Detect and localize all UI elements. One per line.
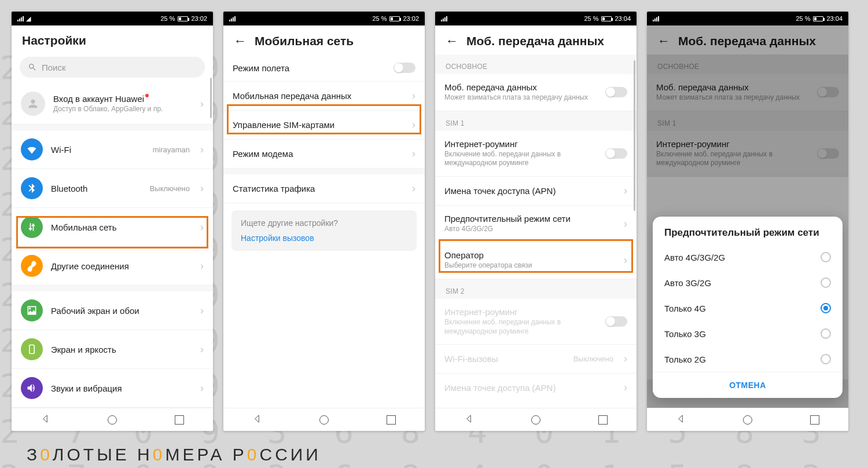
- signal-icon: [441, 16, 447, 21]
- chevron-right-icon: ›: [200, 98, 204, 110]
- md-sub: Может взиматься плата за передачу данных: [444, 93, 597, 103]
- roaming-toggle[interactable]: [605, 148, 627, 159]
- row-other-conn[interactable]: Другие соединения ›: [12, 247, 213, 286]
- option-only-3g[interactable]: Только 3G: [653, 321, 843, 346]
- battery-pct: 25 %: [372, 15, 387, 22]
- row-mobile-data-toggle[interactable]: Моб. передача данных Может взиматься пла…: [435, 74, 637, 111]
- nav-bar: [435, 408, 637, 431]
- chevron-right-icon: ›: [412, 148, 415, 160]
- wifi-icon: [21, 138, 43, 160]
- account-sub: Доступ в Облако, AppGallery и пр.: [53, 105, 190, 114]
- chevron-right-icon: ›: [200, 382, 204, 394]
- oper-label: Оператор: [444, 250, 613, 260]
- search-input[interactable]: Поиск: [20, 57, 205, 78]
- battery-pct: 25 %: [160, 15, 175, 22]
- account-title: Вход в аккаунт Huawei: [53, 94, 144, 104]
- row-preferred-network[interactable]: Предпочтительный режим сети Авто 4G/3G/2…: [435, 206, 637, 243]
- nav-home[interactable]: [531, 415, 540, 425]
- chevron-right-icon: ›: [624, 218, 627, 230]
- search-placeholder: Поиск: [42, 63, 66, 72]
- tip-question: Ищете другие настройки?: [241, 218, 407, 228]
- screen-mobile-data-dialog: 25 %23:04 ← Моб. передача данных ОСНОВНО…: [647, 12, 848, 431]
- row-account[interactable]: Вход в аккаунт Huawei Доступ в Облако, A…: [12, 83, 213, 125]
- row-traffic[interactable]: Статистика трафика ›: [223, 174, 425, 203]
- avatar-icon: [21, 92, 45, 116]
- radio-icon: [821, 252, 831, 262]
- battery-pct: 25 %: [584, 15, 598, 22]
- md-label: Моб. передача данных: [444, 82, 597, 92]
- row-display[interactable]: Экран и яркость ›: [12, 330, 213, 369]
- back-button[interactable]: ←: [234, 34, 247, 49]
- back-button[interactable]: ←: [446, 34, 458, 49]
- row-wifi[interactable]: Wi-Fi mirayaman ›: [12, 130, 213, 169]
- roam2-label: Интернет-роуминг: [444, 307, 597, 317]
- row-tether[interactable]: Режим модема ›: [223, 140, 425, 169]
- battery-pct: 25 %: [796, 15, 810, 22]
- scrollbar[interactable]: [210, 78, 212, 118]
- battery-icon: [813, 16, 823, 21]
- chevron-right-icon: ›: [412, 119, 415, 131]
- nav-back[interactable]: [464, 414, 473, 426]
- home-label: Рабочий экран и обои: [51, 306, 190, 316]
- brand-logo: З0ЛОТЫЕ Н0МЕРА Р0ССИИ: [27, 445, 321, 465]
- clock: 23:02: [403, 15, 419, 22]
- row-mobile-network[interactable]: Мобильная сеть ›: [12, 208, 213, 247]
- wifi-value: mirayaman: [153, 145, 190, 154]
- badge-dot: [145, 94, 149, 97]
- nav-home[interactable]: [108, 415, 117, 425]
- page-title: Мобильная сеть: [255, 34, 354, 48]
- status-bar: 25 %23:04: [435, 12, 637, 25]
- option-auto-4g[interactable]: Авто 4G/3G/2G: [653, 244, 843, 270]
- chevron-right-icon: ›: [200, 221, 204, 233]
- svg-point-0: [29, 308, 31, 309]
- nav-back[interactable]: [676, 414, 685, 426]
- chevron-right-icon: ›: [200, 305, 204, 317]
- wifi-label: Wi-Fi: [51, 145, 145, 155]
- sound-label: Звуки и вибрация: [51, 383, 190, 393]
- row-airplane[interactable]: Режим полета: [223, 54, 425, 82]
- row-wificall: Wi-Fi-вызовы Выключено ›: [435, 345, 637, 374]
- mobile-data-toggle[interactable]: [605, 87, 627, 97]
- row-bluetooth[interactable]: Bluetooth Выключено ›: [12, 169, 213, 208]
- mobile-data-icon: [21, 216, 43, 238]
- cancel-button[interactable]: ОТМЕНА: [653, 372, 843, 398]
- chevron-right-icon: ›: [200, 260, 204, 272]
- chevron-right-icon: ›: [624, 353, 627, 365]
- nav-recent[interactable]: [175, 415, 184, 425]
- wifi-icon: ◢: [26, 15, 31, 23]
- option-only-2g[interactable]: Только 2G: [653, 346, 843, 372]
- tether-label: Режим модема: [233, 149, 402, 159]
- apn2-label: Имена точек доступа (APN): [444, 383, 613, 393]
- sim-label: Управление SIM-картами: [233, 120, 402, 130]
- row-roaming[interactable]: Интернет-роуминг Включение моб. передачи…: [435, 131, 637, 177]
- option-auto-3g[interactable]: Авто 3G/2G: [653, 270, 843, 295]
- row-sim[interactable]: Управление SIM-картами ›: [223, 111, 425, 140]
- scrollbar[interactable]: [634, 60, 635, 211]
- row-sound[interactable]: Звуки и вибрация ›: [12, 369, 213, 408]
- network-mode-dialog: Предпочтительный режим сети Авто 4G/3G/2…: [653, 217, 843, 398]
- row-operator[interactable]: Оператор Выберите оператора связи ›: [435, 242, 637, 279]
- row-apn[interactable]: Имена точек доступа (APN) ›: [435, 177, 637, 206]
- chevron-right-icon: ›: [200, 182, 204, 195]
- status-bar: ◢ 25 %23:02: [12, 12, 213, 25]
- status-bar: 25 %23:04: [647, 12, 848, 25]
- nav-home[interactable]: [319, 415, 329, 425]
- roam2-sub: Включение моб. передачи данных в междуна…: [444, 318, 597, 336]
- nav-recent[interactable]: [387, 415, 396, 425]
- nav-home[interactable]: [743, 415, 752, 425]
- nav-back[interactable]: [41, 414, 50, 426]
- row-mobile-data[interactable]: Мобильная передача данных ›: [223, 82, 425, 111]
- option-only-4g[interactable]: Только 4G: [653, 295, 843, 321]
- airplane-toggle[interactable]: [393, 63, 415, 73]
- nav-back[interactable]: [252, 414, 262, 426]
- nav-recent[interactable]: [598, 415, 608, 425]
- battery-icon: [178, 16, 188, 21]
- radio-icon: [821, 328, 831, 339]
- tip-link[interactable]: Настройки вызовов: [241, 233, 407, 243]
- display-icon: [21, 338, 43, 360]
- row-home-screen[interactable]: Рабочий экран и обои ›: [12, 291, 213, 330]
- nav-recent[interactable]: [810, 415, 819, 425]
- bluetooth-icon: [21, 177, 43, 199]
- chevron-right-icon: ›: [624, 382, 627, 394]
- roaming2-toggle: [605, 316, 627, 327]
